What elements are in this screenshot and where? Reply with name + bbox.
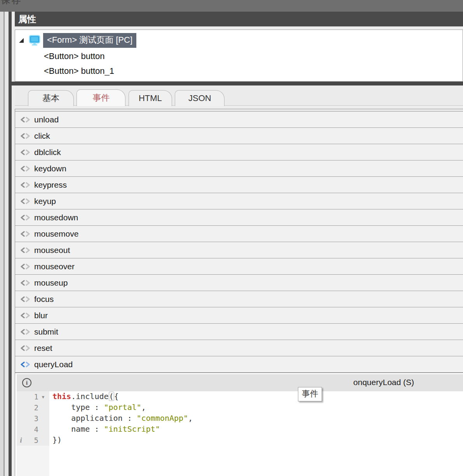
code-line[interactable]: 3 application : "commonApp", (17, 413, 463, 424)
code-lines: 1 ▾ this.include({ 2 type : "portal", 3 … (17, 391, 463, 446)
event-row[interactable]: focus (15, 291, 463, 307)
events-box: unload click dblclick keydown keypress k… (15, 109, 463, 373)
event-label: reset (34, 343, 52, 353)
tab-events[interactable]: 事件 (77, 89, 125, 106)
code-filler[interactable] (49, 446, 463, 476)
event-label: submit (34, 327, 58, 337)
event-label: mousemove (34, 229, 78, 239)
rail-stripe (5, 12, 9, 476)
event-label: click (34, 131, 50, 141)
gutter-cell: 1 ▾ (17, 391, 49, 402)
gutter-cell: 4 (17, 424, 49, 435)
tab-html[interactable]: HTML (129, 90, 172, 106)
tree-item-label-selected[interactable]: <Form> 测试页面 [PC] (43, 33, 136, 48)
event-row[interactable]: reset (15, 340, 463, 356)
tooltip: 事件 (298, 387, 322, 401)
handler-title: onqueryLoad (S) (353, 378, 414, 387)
spacer (15, 26, 463, 30)
event-row[interactable]: mouseout (15, 242, 463, 258)
tab-bar: 基本 事件 HTML JSON (15, 85, 463, 106)
gutter-info-marker: i (17, 436, 25, 445)
code-line[interactable]: 2 type : "portal", (17, 402, 463, 413)
event-row[interactable]: mouseup (15, 275, 463, 291)
tree-item-button[interactable]: <Button> button (44, 50, 463, 62)
event-label: keydown (34, 164, 66, 173)
fold-arrow-icon[interactable]: ▾ (38, 394, 48, 400)
gutter-cell: i 5 (17, 435, 49, 446)
code-chevrons-icon (20, 247, 31, 253)
section-separator (10, 82, 463, 85)
tree-item-form[interactable]: <Form> 测试页面 [PC] (19, 33, 463, 47)
event-row[interactable]: dblclick (15, 144, 463, 160)
code-text[interactable]: name : "initScript" (49, 424, 463, 435)
expand-arrow-icon[interactable] (19, 38, 24, 43)
code-chevrons-icon (20, 280, 31, 286)
line-number: 5 (25, 436, 38, 445)
gutter-cell: 2 (17, 402, 49, 413)
tab-json[interactable]: JSON (175, 90, 225, 106)
tab-basic[interactable]: 基本 (28, 90, 74, 106)
gutter-cell: 3 (17, 413, 49, 424)
event-label: keyup (34, 197, 56, 206)
event-label: queryLoad (34, 360, 73, 369)
code-chevrons-icon (20, 182, 31, 188)
code-chevrons-icon (20, 312, 31, 319)
event-row[interactable]: submit (15, 324, 463, 340)
event-row[interactable]: mousedown (15, 209, 463, 226)
code-chevrons-icon (20, 296, 31, 302)
event-label: unload (34, 115, 59, 124)
panel-title-bar: 属性 (15, 12, 463, 26)
code-chevrons-icon (20, 214, 31, 221)
code-text[interactable]: application : "commonApp", (49, 413, 463, 424)
event-label: keypress (34, 180, 67, 190)
code-text[interactable]: type : "portal", (49, 402, 463, 413)
gutter-filler (17, 446, 49, 476)
code-chevrons-icon (20, 361, 31, 368)
code-line[interactable]: 1 ▾ this.include({ (17, 391, 463, 402)
code-chevrons-icon (20, 329, 31, 335)
event-label: focus (34, 295, 54, 304)
event-row[interactable]: blur (15, 307, 463, 324)
editor-header: i onqueryLoad (S) (17, 374, 463, 391)
event-label: mouseout (34, 246, 70, 255)
line-number: 2 (25, 403, 38, 412)
clipped-toolbar-button[interactable]: 保存 (1, 0, 22, 6)
code-chevrons-icon (20, 345, 31, 351)
event-label: mouseover (34, 262, 75, 271)
event-row[interactable]: keyup (15, 193, 463, 209)
code-chevrons-icon (20, 133, 31, 139)
code-chevrons-icon (20, 117, 31, 123)
line-number: 4 (25, 425, 38, 434)
event-label: mouseup (34, 278, 68, 288)
monitor-icon (29, 35, 40, 46)
code-chevrons-icon (20, 263, 31, 270)
code-line[interactable]: 4 name : "initScript" (17, 424, 463, 435)
events-list: unload click dblclick keydown keypress k… (15, 111, 463, 373)
code-chevrons-icon (20, 231, 31, 237)
properties-panel-window: 保存 属性 <Form> 测试页面 [PC] <Button> b (0, 0, 463, 476)
event-row[interactable]: click (15, 128, 463, 144)
event-label: blur (34, 311, 48, 320)
code-chevrons-icon (20, 166, 31, 172)
code-editor: i onqueryLoad (S) 事件 1 ▾ this.include({ … (15, 373, 463, 476)
event-row[interactable]: keydown (15, 160, 463, 177)
event-label: dblclick (34, 148, 61, 157)
panel-title: 属性 (18, 14, 36, 24)
tree-item-button-1[interactable]: <Button> button_1 (44, 65, 463, 77)
event-row[interactable]: mouseover (15, 258, 463, 275)
main-panel: 属性 <Form> 测试页面 [PC] <Button> button <But… (15, 12, 463, 476)
event-row[interactable]: mousemove (15, 226, 463, 242)
code-line[interactable]: i 5 }) (17, 435, 463, 446)
event-label: mousedown (34, 213, 78, 222)
top-toolbar-strip: 保存 (0, 0, 463, 12)
component-tree: <Form> 测试页面 [PC] <Button> button <Button… (15, 30, 463, 82)
event-row[interactable]: queryLoad (15, 356, 463, 373)
info-icon[interactable]: i (22, 378, 31, 387)
code-text[interactable]: this.include({ (49, 391, 463, 402)
code-filler-row[interactable] (17, 446, 463, 476)
event-row[interactable]: keypress (15, 177, 463, 193)
editor-body[interactable]: 1 ▾ this.include({ 2 type : "portal", 3 … (17, 391, 463, 476)
code-text[interactable]: }) (49, 435, 463, 446)
line-number: 1 (25, 392, 38, 401)
event-row[interactable]: unload (15, 112, 463, 128)
